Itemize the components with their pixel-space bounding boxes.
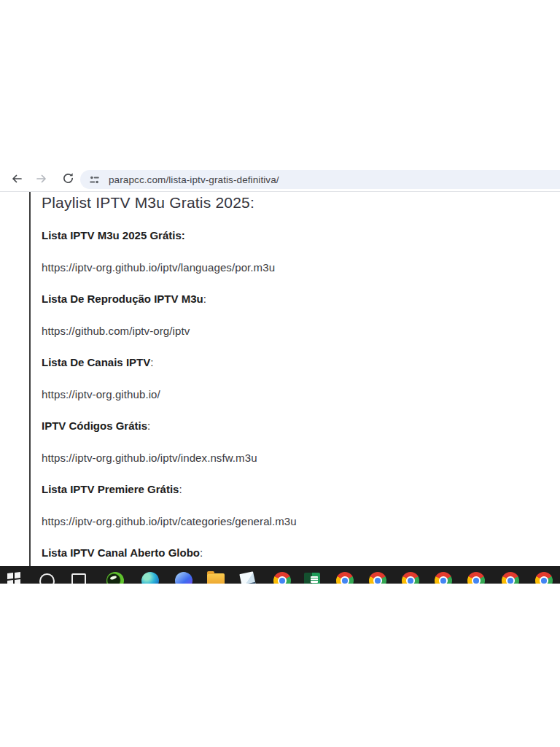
edge-icon[interactable] xyxy=(141,572,159,584)
chrome-icon[interactable] xyxy=(435,572,452,584)
playlist-section-url: https://iptv-org.github.io/iptv/index.ns… xyxy=(42,452,523,464)
page-title: Playlist IPTV M3u Gratis 2025: xyxy=(42,194,523,212)
windows-start-icon[interactable] xyxy=(7,572,20,584)
playlist-section-url: https://iptv-org.github.io/iptv/language… xyxy=(42,262,523,274)
windows-pane xyxy=(7,580,13,584)
chrome-icon[interactable] xyxy=(402,572,419,584)
playlist-section: Lista De Reprodução IPTV M3u: https://gi… xyxy=(42,293,523,337)
windows-taskbar xyxy=(0,566,560,584)
chrome-icon[interactable] xyxy=(535,572,553,584)
playlist-section-title: Lista IPTV Canal Aberto Globo: xyxy=(42,547,523,559)
back-button[interactable] xyxy=(9,171,25,187)
url-text[interactable]: parapcc.com/lista-iptv-gratis-definitiva… xyxy=(109,174,279,185)
windows-pane xyxy=(15,579,20,584)
page-left-border xyxy=(29,192,31,566)
notepad-icon[interactable] xyxy=(239,571,255,584)
windows-pane xyxy=(7,573,13,579)
reload-button[interactable] xyxy=(60,171,76,187)
green-app-icon[interactable] xyxy=(106,572,124,584)
playlist-section-title: IPTV Códigos Grátis: xyxy=(42,420,523,432)
playlist-section-title: Lista De Canais IPTV: xyxy=(42,357,523,368)
site-info-icon[interactable] xyxy=(89,174,100,185)
chrome-icon[interactable] xyxy=(467,572,485,584)
reload-icon xyxy=(62,172,74,187)
url-bar[interactable]: parapcc.com/lista-iptv-gratis-definitiva… xyxy=(80,170,560,189)
task-view-icon[interactable] xyxy=(71,573,86,584)
page-content: Playlist IPTV M3u Gratis 2025: Lista IPT… xyxy=(42,194,523,579)
chrome-icon[interactable] xyxy=(336,572,354,584)
browser-toolbar: parapcc.com/lista-iptv-gratis-definitiva… xyxy=(0,168,560,192)
playlist-section-url: https://iptv-org.github.io/ xyxy=(42,389,523,400)
playlist-section-title: Lista De Reprodução IPTV M3u: xyxy=(42,293,523,305)
playlist-section: IPTV Códigos Grátis: https://iptv-org.gi… xyxy=(42,420,523,464)
back-arrow-icon xyxy=(10,172,23,187)
playlist-section-title: Lista IPTV M3u 2025 Grátis: xyxy=(42,230,523,241)
playlist-section: Lista IPTV Canal Aberto Globo: xyxy=(42,547,523,559)
search-icon[interactable] xyxy=(39,573,55,584)
chrome-icon[interactable] xyxy=(273,572,291,584)
playlist-section-url: https://github.com/iptv-org/iptv xyxy=(42,325,523,337)
chrome-icon[interactable] xyxy=(502,572,519,584)
excel-icon[interactable] xyxy=(304,573,320,584)
forward-button[interactable] xyxy=(34,171,50,187)
playlist-section-url: https://iptv-org.github.io/iptv/categori… xyxy=(42,516,523,527)
copilot-icon[interactable] xyxy=(175,572,192,584)
playlist-section-title: Lista IPTV Premiere Grátis: xyxy=(42,484,523,495)
playlist-section: Lista De Canais IPTV: https://iptv-org.g… xyxy=(42,357,523,400)
forward-arrow-icon xyxy=(35,172,48,187)
playlist-section: Lista IPTV M3u 2025 Grátis: https://iptv… xyxy=(42,230,523,274)
playlist-sections: Lista IPTV M3u 2025 Grátis: https://iptv… xyxy=(42,230,523,559)
playlist-section: Lista IPTV Premiere Grátis: https://iptv… xyxy=(42,484,523,527)
windows-pane xyxy=(15,572,20,578)
file-explorer-icon[interactable] xyxy=(207,573,225,584)
chrome-icon[interactable] xyxy=(369,572,386,584)
